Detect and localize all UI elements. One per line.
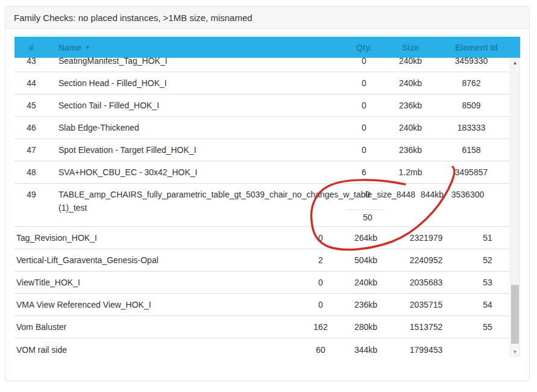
panel-title: Family Checks: no placed instances, >1MB… (14, 13, 253, 23)
table-scroll-viewport: 43 SeatingManifest_Tag_HOK_I 0 240kb 345… (14, 58, 510, 361)
table-rows: 43 SeatingManifest_Tag_HOK_I 0 240kb 345… (14, 58, 510, 361)
table-row[interactable]: Vertical-Lift_Garaventa_Genesis-Opal 2 5… (14, 249, 510, 272)
table-row[interactable]: 47 Spot Elevation - Target Filled_HOK_I … (14, 139, 510, 161)
header-qty[interactable]: Qty. (340, 43, 388, 52)
panel-titlebar: Family Checks: no placed instances, >1MB… (5, 7, 529, 29)
table-row[interactable]: 46 Slab Edge-Thickened 0 240kb 183333 (14, 117, 510, 139)
wrapped-cell-divider (347, 210, 384, 210)
table-header-row: # Name ▼ Qty. Size Element Id (14, 37, 520, 58)
header-size[interactable]: Size (388, 43, 433, 52)
table-row[interactable]: 45 Section Tail - Filled_HOK_I 0 236kb 8… (14, 95, 510, 117)
header-element-id[interactable]: Element Id (433, 43, 520, 52)
header-name[interactable]: Name ▼ (48, 43, 340, 52)
scroll-down-icon[interactable]: ▼ (510, 347, 520, 357)
family-checks-panel: Family Checks: no placed instances, >1MB… (5, 6, 530, 381)
table-row[interactable]: Vom Baluster 162 280kb 1513752 55 (14, 316, 510, 338)
long-family-name-line2: (1)_test (58, 203, 87, 213)
table-row[interactable]: VOM rail side 60 344kb 1799453 (14, 338, 510, 361)
table-row[interactable]: 48 SVA+HOK_CBU_EC - 30x42_HOK_I 6 1.2mb … (14, 161, 510, 184)
wrapped-row-number: 50 (350, 213, 386, 222)
table-row[interactable]: ViewTitle_HOK_I 0 240kb 2035683 53 (14, 272, 510, 294)
sort-desc-icon[interactable]: ▼ (84, 45, 90, 51)
table-row[interactable]: 43 SeatingManifest_Tag_HOK_I 0 240kb 345… (14, 58, 510, 72)
table-row[interactable]: 44 Section Head - Filled_HOK_I 0 240kb 8… (14, 72, 510, 95)
scroll-up-icon[interactable]: ▲ (510, 58, 520, 68)
table-row[interactable]: VMA View Referenced View_HOK_I 0 236kb 2… (14, 294, 510, 316)
header-num[interactable]: # (14, 43, 48, 52)
table-row-glitched[interactable]: 49 TABLE_amp_CHAIRS_fully_parametric_tab… (14, 184, 510, 227)
vertical-scrollbar[interactable]: ▲ ▼ (510, 58, 520, 357)
scrollbar-thumb[interactable] (511, 285, 519, 344)
table-row[interactable]: Tag_Revision_HOK_I 0 264kb 2321979 51 (14, 227, 510, 249)
